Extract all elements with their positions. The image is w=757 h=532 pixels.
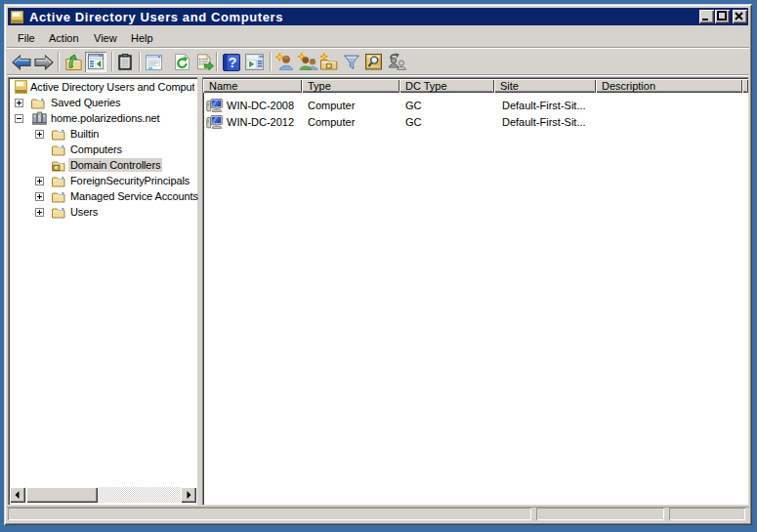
svg-text:?: ?	[229, 55, 237, 70]
